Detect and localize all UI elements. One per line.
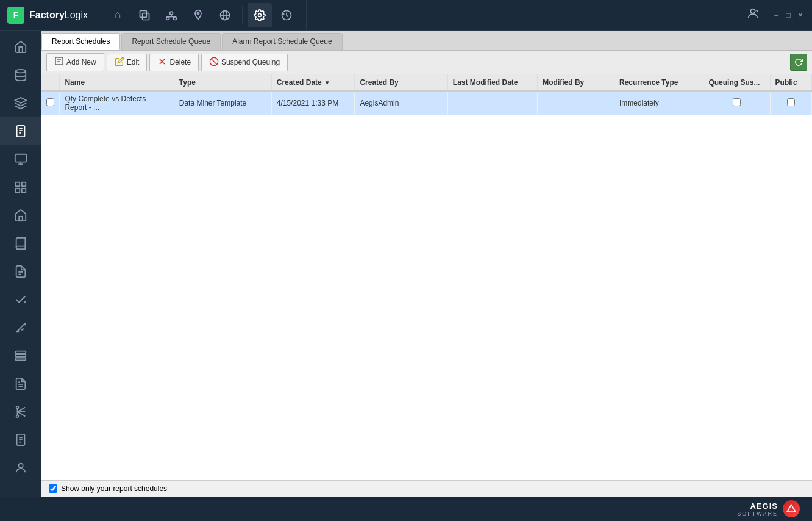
th-name[interactable]: Name — [60, 74, 174, 91]
cell-modified-by — [538, 91, 614, 115]
content-area: Report Schedules Report Schedule Queue A… — [41, 31, 812, 497]
home-nav-btn[interactable]: ⌂ — [105, 3, 130, 27]
th-public[interactable]: Public — [770, 74, 811, 91]
add-new-label: Add New — [66, 58, 96, 66]
show-only-mine-checkbox[interactable] — [49, 484, 57, 493]
th-modified-by[interactable]: Modified By — [538, 74, 614, 91]
svg-rect-29 — [16, 189, 20, 192]
edit-label: Edit — [127, 58, 140, 66]
svg-point-47 — [16, 415, 19, 418]
sidebar-item-scan[interactable] — [0, 426, 41, 454]
table-container: Name Type Created Date ▼ Created By Last… — [41, 74, 812, 480]
sidebar-item-warehouse[interactable] — [0, 201, 41, 229]
sidebar-item-monitor[interactable] — [0, 145, 41, 173]
logo-text: FactoryLogix — [29, 10, 88, 21]
sidebar-item-measure[interactable] — [0, 314, 41, 342]
add-new-button[interactable]: Add New — [46, 53, 104, 71]
sidebar-item-book[interactable] — [0, 229, 41, 257]
sidebar-item-reports[interactable] — [0, 117, 41, 145]
edit-button[interactable]: Edit — [107, 54, 148, 71]
svg-rect-24 — [15, 154, 26, 162]
svg-rect-28 — [22, 182, 26, 186]
aegis-sub: SOFTWARE — [737, 511, 778, 517]
tab-alarm-report-schedule-queue[interactable]: Alarm Report Schedule Queue — [222, 33, 342, 50]
svg-point-16 — [750, 9, 755, 13]
sidebar-item-cut[interactable] — [0, 398, 41, 426]
location-nav-btn[interactable] — [186, 3, 210, 27]
svg-line-34 — [24, 301, 27, 303]
svg-marker-19 — [15, 98, 26, 103]
th-queuing-sus[interactable]: Queuing Sus... — [703, 74, 770, 91]
window-controls: − □ × — [764, 11, 805, 20]
sidebar-item-database[interactable] — [0, 61, 41, 89]
svg-rect-42 — [16, 354, 26, 357]
delete-button[interactable]: Delete — [149, 54, 199, 71]
svg-rect-30 — [22, 189, 26, 192]
svg-rect-27 — [16, 182, 20, 186]
show-only-mine-label: Show only your report schedules — [61, 484, 167, 493]
suspend-queuing-label: Suspend Queuing — [221, 58, 280, 66]
table-row[interactable]: Qty Complete vs Defects Report - ...Data… — [41, 91, 812, 115]
svg-line-17 — [757, 10, 759, 13]
toolbar: Add New Edit Delete Suspend Queuing — [41, 51, 812, 74]
sidebar-item-checkmark[interactable] — [0, 286, 41, 314]
delete-icon — [157, 57, 167, 68]
topbar-right: − □ × — [746, 7, 812, 23]
org-nav-btn[interactable] — [159, 3, 183, 27]
copy-nav-btn[interactable] — [132, 3, 157, 27]
maximize-btn[interactable]: □ — [784, 11, 792, 20]
table-body: Qty Complete vs Defects Report - ...Data… — [41, 91, 812, 115]
suspend-icon — [209, 57, 219, 68]
tab-report-schedule-queue[interactable]: Report Schedule Queue — [121, 33, 221, 50]
sidebar-item-person[interactable] — [0, 454, 41, 482]
settings-nav-btn[interactable] — [248, 3, 272, 27]
footer: Show only your report schedules — [41, 480, 812, 497]
sidebar-item-list-detail[interactable] — [0, 342, 41, 370]
refresh-button[interactable] — [790, 54, 807, 71]
suspend-queuing-button[interactable]: Suspend Queuing — [201, 54, 288, 71]
queuing-sus-checkbox[interactable] — [733, 98, 741, 106]
tab-report-schedules[interactable]: Report Schedules — [41, 33, 120, 50]
main-layout: Report Schedules Report Schedule Queue A… — [0, 31, 812, 497]
th-created-date[interactable]: Created Date ▼ — [271, 74, 355, 91]
row-checkbox[interactable] — [46, 98, 54, 106]
th-last-modified-date[interactable]: Last Modified Date — [447, 74, 537, 91]
svg-rect-31 — [19, 217, 23, 221]
topbar-nav: ⌂ — [98, 0, 307, 30]
sidebar-item-home[interactable] — [0, 33, 41, 61]
svg-line-35 — [16, 323, 26, 332]
svg-rect-58 — [55, 57, 63, 65]
th-recurrence-type[interactable]: Recurrence Type — [614, 74, 703, 91]
delete-label: Delete — [169, 58, 191, 66]
cell-recurrence-type: Immediately — [614, 91, 703, 115]
svg-rect-43 — [16, 358, 26, 361]
sidebar — [0, 31, 41, 497]
th-check — [41, 74, 60, 91]
sidebar-item-files[interactable] — [0, 257, 41, 286]
cell-created-by: AegisAdmin — [355, 91, 447, 115]
cell-type: Data Miner Template — [174, 91, 271, 115]
sidebar-item-grid[interactable] — [0, 173, 41, 201]
edit-icon — [115, 57, 124, 68]
th-type[interactable]: Type — [174, 74, 271, 91]
tabs-bar: Report Schedules Report Schedule Queue A… — [41, 31, 812, 51]
svg-point-10 — [197, 12, 199, 14]
public-checkbox[interactable] — [787, 98, 795, 106]
cell-last-modified-date — [447, 91, 537, 115]
user-btn[interactable] — [746, 7, 760, 23]
cell-created-date: 4/15/2021 1:33 PM — [271, 91, 355, 115]
svg-point-18 — [16, 70, 26, 73]
history-nav-btn[interactable] — [274, 3, 299, 27]
svg-point-2 — [170, 12, 173, 15]
sidebar-item-notes[interactable] — [0, 370, 41, 398]
topbar: F FactoryLogix ⌂ − □ × — [0, 0, 812, 31]
globe-nav-btn[interactable] — [213, 3, 237, 27]
th-created-by[interactable]: Created By — [355, 74, 447, 91]
aegis-logo: AEGIS SOFTWARE — [737, 500, 800, 517]
sidebar-item-layers[interactable] — [0, 89, 41, 117]
logo-icon: F — [7, 7, 24, 24]
svg-point-14 — [258, 13, 262, 16]
minimize-btn[interactable]: − — [772, 11, 780, 20]
close-btn[interactable]: × — [796, 11, 805, 20]
schedules-table: Name Type Created Date ▼ Created By Last… — [41, 74, 812, 115]
